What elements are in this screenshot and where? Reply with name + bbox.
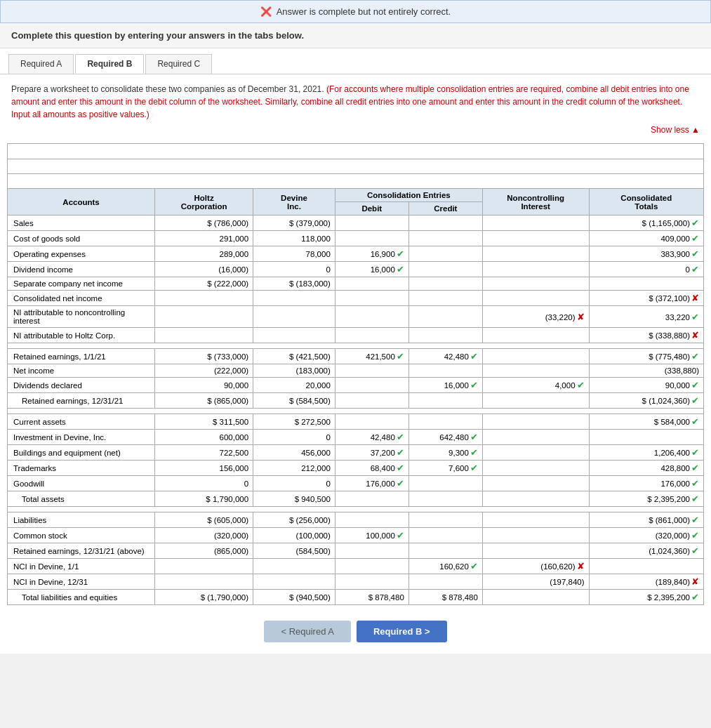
row-label: Retained earnings, 12/31/21 (above) <box>8 543 155 559</box>
check-icon: ✔ <box>397 264 404 274</box>
check-icon: ✔ <box>691 447 699 458</box>
table-cell: 7,600✔ <box>408 461 482 476</box>
table-container: HOLTZ CORPORATION AND DEVINE, INC. Conso… <box>0 139 711 612</box>
table-cell <box>408 246 482 262</box>
table-cell <box>335 364 408 378</box>
table-cell <box>335 291 408 306</box>
tab-required-c[interactable]: Required C <box>145 54 212 74</box>
table-cell: (865,000) <box>155 543 253 559</box>
table-cell: (338,880) <box>589 364 703 378</box>
col-noncontrolling: NoncontrollingInterest <box>482 189 589 216</box>
table-cell: 16,000✔ <box>408 378 482 393</box>
col-holtz: HoltzCorporation <box>155 189 253 216</box>
row-label: Total liabilities and equities <box>8 590 155 605</box>
table-cell: $ (222,000) <box>155 277 253 291</box>
table-cell <box>482 461 589 476</box>
table-cell: $ 1,790,000 <box>155 491 253 507</box>
table-cell: $ (786,000) <box>155 216 253 231</box>
table-cell <box>155 574 253 590</box>
table-cell <box>482 328 589 343</box>
x-icon: ✘ <box>691 576 699 587</box>
row-label: NCI in Devine, 1/1 <box>8 559 155 574</box>
tab-required-b[interactable]: Required B <box>75 54 144 74</box>
table-cell: $ (775,480)✔ <box>589 349 703 364</box>
table-cell <box>408 364 482 378</box>
table-cell: 42,480✔ <box>335 430 408 445</box>
tab-required-a[interactable]: Required A <box>8 54 74 74</box>
table-cell <box>335 216 408 231</box>
table-cell: 78,000 <box>253 246 335 262</box>
check-icon: ✔ <box>691 380 699 390</box>
table-date: For Year Ending December 31, 2021 <box>8 174 704 189</box>
table-cell: 68,400✔ <box>335 461 408 476</box>
table-cell: 0 <box>253 430 335 445</box>
table-cell <box>335 491 408 507</box>
table-cell <box>335 378 408 393</box>
table-cell <box>408 512 482 528</box>
table-cell <box>155 291 253 306</box>
table-cell: 0✔ <box>589 262 703 277</box>
table-cell <box>589 559 703 574</box>
table-cell: (584,500) <box>253 543 335 559</box>
table-cell: 90,000 <box>155 378 253 393</box>
row-label: Separate company net income <box>8 277 155 291</box>
table-cell <box>335 543 408 559</box>
table-cell: 118,000 <box>253 231 335 246</box>
col-accounts: Accounts <box>8 189 155 216</box>
table-cell: $ (940,500) <box>253 590 335 605</box>
table-cell: $ (379,000) <box>253 216 335 231</box>
table-cell <box>155 306 253 328</box>
row-label: Trademarks <box>8 461 155 476</box>
worksheet-table: HOLTZ CORPORATION AND DEVINE, INC. Conso… <box>7 143 704 605</box>
table-cell <box>408 414 482 430</box>
check-icon: ✔ <box>397 249 404 259</box>
table-cell: 428,800✔ <box>589 461 703 476</box>
row-label: Net income <box>8 364 155 378</box>
x-icon: ✘ <box>691 293 699 303</box>
row-label: Consolidated net income <box>8 291 155 306</box>
table-cell: 156,000 <box>155 461 253 476</box>
table-cell <box>253 328 335 343</box>
table-cell: $ (584,500) <box>253 393 335 409</box>
show-less-row: Show less ▲ <box>0 124 711 139</box>
next-button[interactable]: Required B > <box>357 621 447 642</box>
table-cell: 409,000✔ <box>589 231 703 246</box>
x-icon: ✘ <box>577 312 585 322</box>
check-icon: ✔ <box>397 478 404 489</box>
table-cell: $ (256,000) <box>253 512 335 528</box>
table-cell: $ 940,500 <box>253 491 335 507</box>
table-cell: (320,000) <box>155 528 253 543</box>
show-less-link[interactable]: Show less ▲ <box>651 125 700 135</box>
row-label: Sales <box>8 216 155 231</box>
check-icon: ✔ <box>691 515 699 525</box>
table-cell: $ 878,480 <box>408 590 482 605</box>
table-cell <box>482 414 589 430</box>
table-cell: $ (183,000) <box>253 277 335 291</box>
table-cell <box>408 574 482 590</box>
table-cell <box>253 306 335 328</box>
table-cell: 9,300✔ <box>408 445 482 461</box>
table-cell: 176,000✔ <box>335 476 408 491</box>
row-label: NCI in Devine, 12/31 <box>8 574 155 590</box>
row-label: Buildings and equipment (net) <box>8 445 155 461</box>
table-cell: $ 584,000✔ <box>589 414 703 430</box>
table-cell: 600,000 <box>155 430 253 445</box>
table-cell: (189,840)✘ <box>589 574 703 590</box>
table-cell <box>155 328 253 343</box>
row-label: Liabilities <box>8 512 155 528</box>
table-cell <box>482 590 589 605</box>
check-icon: ✔ <box>691 249 699 259</box>
table-cell <box>253 559 335 574</box>
check-icon: ✔ <box>691 530 699 541</box>
page: ❌ Answer is complete but not entirely co… <box>0 0 711 654</box>
row-label: Total assets <box>8 491 155 507</box>
col-consolidated: ConsolidatedTotals <box>589 189 703 216</box>
check-icon: ✔ <box>691 264 699 274</box>
table-cell <box>335 393 408 409</box>
prev-button[interactable]: < Required A <box>264 621 351 642</box>
table-title: HOLTZ CORPORATION AND DEVINE, INC. <box>8 144 704 159</box>
check-icon: ✔ <box>577 380 585 390</box>
table-cell: (16,000) <box>155 262 253 277</box>
table-cell: $ (372,100)✘ <box>589 291 703 306</box>
table-cell: $ (1,024,360)✔ <box>589 393 703 409</box>
